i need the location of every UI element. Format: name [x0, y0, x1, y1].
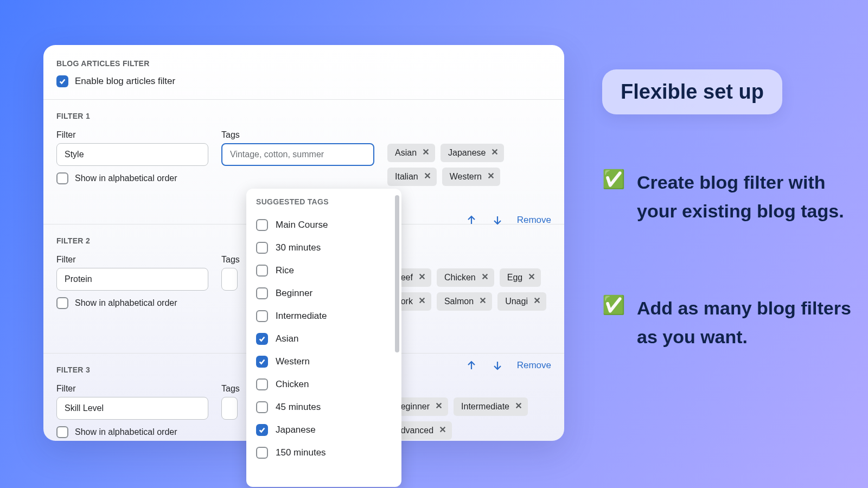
- enable-filter-label: Enable blog articles filter: [75, 76, 175, 87]
- filter-2-alpha-checkbox[interactable]: [56, 297, 68, 309]
- chip-label: Italian: [395, 172, 418, 182]
- filter-3-chips: Beginner Intermediate Advanced: [387, 397, 551, 440]
- alpha-label: Show in alphabetical order: [75, 174, 177, 183]
- suggested-tag-checkbox[interactable]: [256, 356, 268, 368]
- chip-label: Unagi: [505, 297, 528, 306]
- chip-remove-icon[interactable]: [418, 297, 426, 306]
- suggested-tag-item[interactable]: 150 minutes: [256, 441, 392, 464]
- remove-filter-link[interactable]: Remove: [517, 215, 551, 226]
- tags-label: Tags: [221, 130, 374, 140]
- suggested-tag-label: Beginner: [276, 288, 312, 299]
- chip-remove-icon[interactable]: [533, 297, 541, 306]
- chip: Japanese: [441, 144, 504, 162]
- chip-label: Asian: [395, 148, 417, 158]
- suggested-tag-label: Intermediate: [276, 311, 327, 322]
- chip-remove-icon[interactable]: [491, 148, 499, 158]
- suggested-tag-label: Western: [276, 356, 310, 367]
- suggested-tag-label: 30 minutes: [276, 242, 321, 253]
- filter-1-name-input[interactable]: [56, 143, 208, 166]
- marketing-feature-2: ✅ Add as many blog filters as you want.: [602, 294, 865, 351]
- suggested-tag-checkbox[interactable]: [256, 242, 268, 254]
- chip: Western: [442, 168, 500, 186]
- suggested-tag-item[interactable]: Western: [256, 350, 392, 373]
- chip-label: Japanese: [448, 148, 486, 158]
- filter-3-alpha-checkbox[interactable]: [56, 426, 68, 438]
- suggested-tag-item[interactable]: 30 minutes: [256, 236, 392, 259]
- suggested-tag-item[interactable]: 45 minutes: [256, 396, 392, 419]
- dropdown-scrollbar[interactable]: [395, 195, 399, 352]
- chip-label: Chicken: [444, 273, 476, 282]
- suggested-tag-item[interactable]: Rice: [256, 259, 392, 282]
- chip-remove-icon[interactable]: [515, 402, 522, 412]
- suggested-tag-checkbox[interactable]: [256, 333, 268, 345]
- filter-1-header: FILTER 1: [56, 112, 551, 120]
- filter-3-name-input[interactable]: [56, 397, 208, 420]
- suggested-tag-label: Main Course: [276, 220, 328, 230]
- chip-remove-icon[interactable]: [424, 172, 431, 182]
- filter-1-alpha-checkbox[interactable]: [56, 172, 68, 184]
- chip-remove-icon[interactable]: [479, 297, 487, 306]
- chip: Egg: [500, 268, 541, 287]
- filter-name-label: Filter: [56, 384, 208, 394]
- suggested-tag-checkbox[interactable]: [256, 378, 268, 390]
- filter-2-tags-input[interactable]: [221, 268, 238, 291]
- marketing-pill-text: Flexible set up: [621, 80, 764, 104]
- suggested-tags-title: SUGGESTED TAGS: [256, 197, 392, 206]
- marketing-feature-1: ✅ Create blog filter with your existing …: [602, 168, 865, 225]
- suggested-tag-label: Chicken: [276, 379, 309, 390]
- chip-remove-icon[interactable]: [422, 148, 430, 158]
- chip-remove-icon[interactable]: [528, 273, 535, 282]
- enable-filter-row: Enable blog articles filter: [56, 75, 551, 87]
- suggested-tag-checkbox[interactable]: [256, 447, 268, 459]
- alpha-label: Show in alphabetical order: [75, 427, 177, 437]
- suggested-tag-label: 150 minutes: [276, 447, 326, 458]
- panel-title: BLOG ARTICLES FILTER: [56, 59, 551, 68]
- header-section: BLOG ARTICLES FILTER Enable blog article…: [43, 45, 564, 100]
- chip: Asian: [387, 144, 435, 162]
- filter-1-tags-input[interactable]: [221, 143, 374, 166]
- chip: Unagi: [497, 292, 546, 311]
- chip-remove-icon[interactable]: [481, 273, 489, 282]
- suggested-tag-label: Japanese: [276, 425, 316, 435]
- chip: Intermediate: [454, 397, 528, 416]
- chip: Chicken: [437, 268, 494, 287]
- chip-label: Salmon: [444, 297, 474, 306]
- suggested-tag-checkbox[interactable]: [256, 219, 268, 231]
- filter-2-chips: Beef Chicken Egg Pork Salmon Unagi: [387, 268, 551, 311]
- chip: Italian: [387, 168, 437, 186]
- suggested-tag-label: Rice: [276, 265, 294, 276]
- suggested-tag-checkbox[interactable]: [256, 287, 268, 299]
- suggested-tag-item[interactable]: Japanese: [256, 419, 392, 441]
- chip-label: Western: [450, 172, 482, 182]
- suggested-tag-checkbox[interactable]: [256, 265, 268, 277]
- suggested-tag-item[interactable]: Chicken: [256, 373, 392, 396]
- alpha-label: Show in alphabetical order: [75, 298, 177, 308]
- suggested-tag-checkbox[interactable]: [256, 401, 268, 413]
- chip-label: Egg: [507, 273, 522, 282]
- marketing-feature-2-text: Add as many blog filters as you want.: [637, 294, 865, 351]
- filter-2-name-input[interactable]: [56, 268, 208, 291]
- chip-remove-icon[interactable]: [487, 172, 495, 182]
- chip: Salmon: [437, 292, 492, 311]
- suggested-tag-item[interactable]: Beginner: [256, 282, 392, 305]
- enable-filter-checkbox[interactable]: [56, 75, 68, 87]
- suggested-tag-label: 45 minutes: [276, 402, 321, 413]
- suggested-tag-item[interactable]: Main Course: [256, 214, 392, 236]
- suggested-tag-checkbox[interactable]: [256, 310, 268, 322]
- suggested-tags-dropdown[interactable]: SUGGESTED TAGS Main Course30 minutesRice…: [246, 189, 401, 487]
- check-icon: ✅: [602, 294, 625, 351]
- chip-remove-icon[interactable]: [418, 273, 426, 282]
- chip-label: Intermediate: [461, 402, 509, 412]
- filter-1-chips: Asian Japanese Italian Western: [387, 144, 551, 186]
- filter-name-label: Filter: [56, 130, 208, 140]
- filter-3-tags-input[interactable]: [221, 397, 238, 420]
- chip-remove-icon[interactable]: [435, 402, 443, 412]
- chip-remove-icon[interactable]: [439, 426, 446, 435]
- suggested-tag-checkbox[interactable]: [256, 424, 268, 436]
- suggested-tag-item[interactable]: Intermediate: [256, 305, 392, 328]
- check-icon: ✅: [602, 168, 625, 225]
- filter-name-label: Filter: [56, 255, 208, 265]
- suggested-tag-item[interactable]: Asian: [256, 328, 392, 350]
- marketing-pill: Flexible set up: [602, 69, 782, 114]
- marketing-feature-1-text: Create blog filter with your existing bl…: [637, 168, 865, 225]
